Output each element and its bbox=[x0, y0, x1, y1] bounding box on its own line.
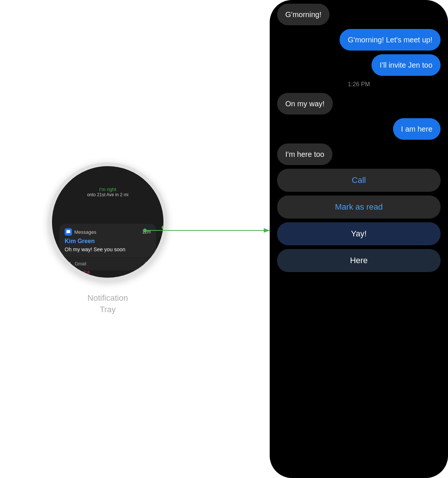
messages-svg-icon bbox=[66, 230, 71, 234]
gmail-app-name: Gmail bbox=[75, 261, 86, 267]
connection-dot bbox=[162, 226, 163, 229]
msg-gmorning: G'morning! bbox=[277, 4, 329, 25]
gmail-left: Gmail bbox=[66, 261, 86, 267]
msg-gmorning-reply: G'morning! Let's meet up! bbox=[340, 29, 441, 51]
messages-icon bbox=[65, 228, 72, 236]
left-section: I'm right onto 21st Ave in 2 mi Messages bbox=[0, 0, 215, 478]
notification-label: Notification Tray bbox=[88, 293, 128, 316]
notif-header: Messages 12m bbox=[65, 228, 151, 236]
gmail-time: 2h bbox=[145, 261, 150, 267]
notif-message: Oh my way! See you soon bbox=[65, 246, 151, 253]
notif-app-name: Messages bbox=[74, 229, 96, 235]
msg-on-my-way: On my way! bbox=[277, 93, 333, 114]
call-button[interactable]: Call bbox=[277, 169, 441, 192]
watch-container: I'm right onto 21st Ave in 2 mi Messages bbox=[48, 162, 167, 281]
mark-as-read-button[interactable]: Mark as read bbox=[277, 196, 441, 219]
msg-im-here-too: I'm here too bbox=[277, 143, 332, 165]
notif-header-left: Messages bbox=[65, 228, 96, 236]
msg-timestamp: 1:26 PM bbox=[277, 81, 441, 88]
notification-card: Messages 12m Kim Green Oh my way! See yo… bbox=[59, 224, 156, 257]
msg-invite-jen: I'll invite Jen too bbox=[371, 54, 441, 76]
here-button[interactable]: Here bbox=[277, 249, 441, 272]
watch-inner: I'm right onto 21st Ave in 2 mi Messages bbox=[52, 166, 163, 278]
gmail-icon bbox=[66, 261, 72, 267]
gmail-row: Gmail 2h bbox=[61, 258, 154, 270]
watch-circle: I'm right onto 21st Ave in 2 mi Messages bbox=[48, 162, 167, 281]
notif-time: 12m bbox=[142, 229, 151, 235]
msg-i-am-here: I am here bbox=[393, 118, 441, 140]
yay-button[interactable]: Yay! bbox=[277, 222, 441, 245]
nav-sub-text: onto 21st Ave in 2 mi bbox=[87, 192, 128, 197]
nav-turn-text: I'm right bbox=[87, 187, 128, 192]
messages-scroll: G'morning! G'morning! Let's meet up! I'l… bbox=[270, 0, 448, 478]
right-section: G'morning! G'morning! Let's meet up! I'l… bbox=[270, 0, 448, 478]
watch-nav-text: I'm right onto 21st Ave in 2 mi bbox=[87, 187, 128, 197]
notif-sender: Kim Green bbox=[65, 238, 151, 245]
